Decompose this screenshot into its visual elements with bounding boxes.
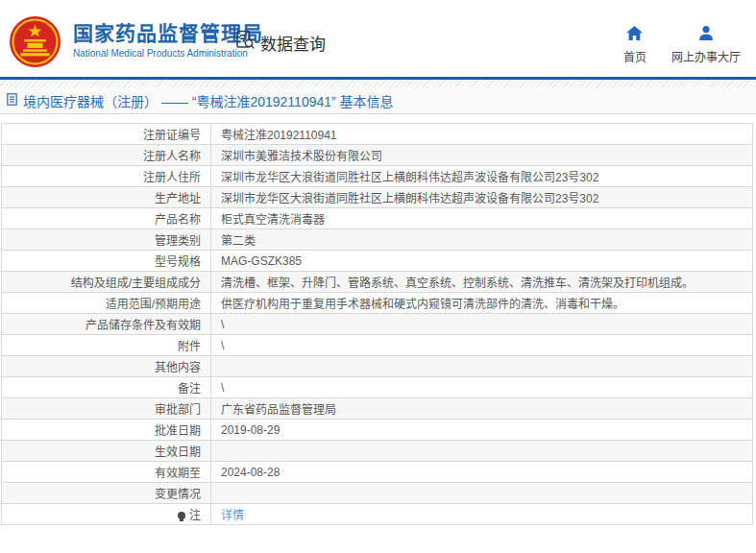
row-label: 其他内容: [2, 356, 211, 377]
row-label: 注册人住所: [2, 166, 211, 187]
row-label: 管理类别: [2, 229, 211, 251]
row-label: 产品储存条件及有效期: [2, 314, 211, 335]
table-row: 批准日期 2019-08-29: [2, 420, 753, 441]
row-label: 结构及组成/主要组成成分: [2, 272, 211, 293]
row-value: [211, 441, 753, 462]
row-label: 附件: [2, 335, 211, 356]
table-row: 备注 \: [2, 377, 753, 398]
row-label: 适用范围/预期用途: [2, 293, 211, 314]
row-value: 2024-08-28: [211, 462, 753, 483]
table-row: 注册人住所 深圳市龙华区大浪街道同胜社区上横朗科伟达超声波设备有限公司23号30…: [2, 166, 753, 187]
row-value: 清洗槽、框架、升降门、管路系统、真空系统、控制系统、清洗推车、清洗架及打印机组成…: [211, 272, 753, 293]
table-row: 其他内容: [2, 356, 753, 377]
nav-item-home[interactable]: 首页: [623, 26, 646, 64]
row-value: 粤械注准20192110941: [211, 124, 753, 145]
page-title: 境内医疗器械（注册） —— “粤械注准20192110941” 基本信息: [23, 91, 394, 110]
row-value: [211, 356, 753, 377]
row-value: \: [211, 314, 753, 335]
row-value: 2019-08-29: [211, 420, 753, 441]
table-row: 管理类别 第二类: [2, 229, 753, 251]
table-row: 附件 \: [2, 335, 753, 356]
bulb-icon: [178, 512, 185, 519]
row-value: 柜式真空清洗消毒器: [211, 208, 753, 229]
table-row: 产品储存条件及有效期 \: [2, 314, 753, 335]
person-icon: [698, 26, 714, 43]
table-row: 型号规格 MAG-GSZK385: [2, 251, 753, 272]
data-query-label: 数据查询: [260, 31, 326, 55]
registration-info-table: 注册证编号 粤械注准20192110941 注册人名称 深圳市美雅洁技术股份有限…: [1, 123, 753, 525]
site-header: 国家药品监督管理局 National Medical Products Admi…: [0, 0, 756, 77]
row-value: 深圳市龙华区大浪街道同胜社区上横朗科伟达超声波设备有限公司23号302: [211, 166, 753, 187]
row-label: 变更情况: [2, 483, 211, 504]
row-label: 注册证编号: [2, 124, 211, 145]
row-value: 广东省药品监督管理局: [211, 398, 753, 420]
table-row: 有效期至 2024-08-28: [2, 462, 753, 483]
row-value: \: [211, 335, 753, 356]
row-value: 深圳市龙华区大浪街道同胜社区上横朗科伟达超声波设备有限公司23号302: [211, 187, 753, 208]
nav-item-home-label: 首页: [623, 48, 646, 64]
table-row: 生效日期: [2, 441, 753, 462]
table-row: 注 详情: [2, 504, 753, 525]
national-emblem-logo: [10, 16, 61, 67]
data-query-nav[interactable]: 数据查询: [235, 30, 326, 55]
table-row: 注册证编号 粤械注准20192110941: [2, 124, 753, 145]
document-icon: [7, 92, 17, 109]
row-label: 型号规格: [2, 251, 211, 272]
table-row: 产品名称 柜式真空清洗消毒器: [2, 208, 753, 229]
spacer: [0, 114, 756, 123]
row-label: 注: [2, 504, 211, 525]
row-label: 审批部门: [2, 398, 211, 420]
row-value: [211, 483, 753, 504]
table-row: 适用范围/预期用途 供医疗机构用于重复用手术器械和硬式内窥镜可清洗部件的清洗、消…: [2, 293, 753, 314]
info-table-body: 注册证编号 粤械注准20192110941 注册人名称 深圳市美雅洁技术股份有限…: [2, 124, 753, 525]
page-title-bar: 境内医疗器械（注册） —— “粤械注准20192110941” 基本信息: [0, 87, 756, 114]
row-value: MAG-GSZK385: [211, 251, 753, 272]
table-row: 结构及组成/主要组成成分 清洗槽、框架、升降门、管路系统、真空系统、控制系统、清…: [2, 272, 753, 293]
doc-search-icon: [235, 30, 256, 55]
row-label: 产品名称: [2, 208, 211, 229]
table-row: 生产地址 深圳市龙华区大浪街道同胜社区上横朗科伟达超声波设备有限公司23号302: [2, 187, 753, 208]
row-label: 有效期至: [2, 462, 211, 483]
row-label: 批准日期: [2, 420, 211, 441]
row-value: 详情: [211, 504, 753, 525]
row-label: 生产地址: [2, 187, 211, 208]
row-value: 供医疗机构用于重复用手术器械和硬式内窥镜可清洗部件的清洗、消毒和干燥。: [211, 293, 753, 314]
row-label: 注册人名称: [2, 145, 211, 166]
home-icon: [626, 26, 643, 43]
table-row: 审批部门 广东省药品监督管理局: [2, 398, 753, 420]
hatched-strip: [0, 80, 756, 87]
table-row: 注册人名称 深圳市美雅洁技术股份有限公司: [2, 145, 753, 166]
details-link[interactable]: 详情: [221, 509, 244, 522]
header-nav: 首页 网上办事大厅: [623, 26, 741, 64]
row-label: 生效日期: [2, 441, 211, 462]
row-value: 深圳市美雅洁技术股份有限公司: [211, 145, 753, 166]
nav-item-service-hall[interactable]: 网上办事大厅: [671, 26, 741, 64]
nav-item-service-hall-label: 网上办事大厅: [671, 48, 741, 64]
row-value: \: [211, 377, 753, 398]
row-value: 第二类: [211, 229, 753, 251]
row-label: 备注: [2, 377, 211, 398]
table-row: 变更情况: [2, 483, 753, 504]
